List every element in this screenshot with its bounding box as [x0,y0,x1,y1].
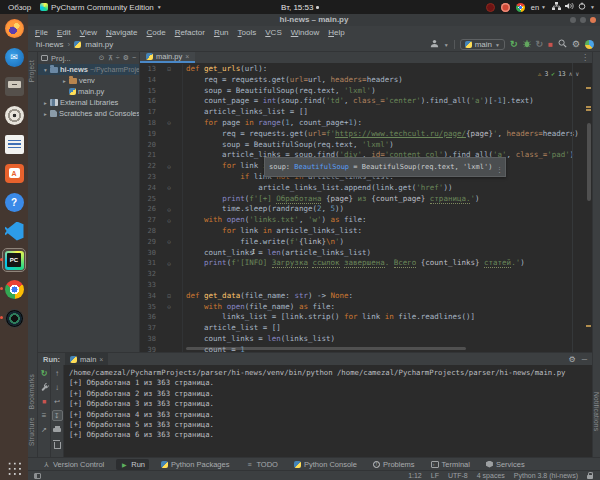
run-configuration-select[interactable]: main ▼ [460,39,505,50]
breadcrumb-file[interactable]: main.py [85,40,113,49]
debug-button[interactable] [523,39,531,50]
stripe-warning-mark[interactable] [586,109,591,111]
tree-item-external-libraries[interactable]: ▸External Libraries [38,97,139,108]
tool-tab-python-packages[interactable]: Python Packages [157,459,233,470]
editor-scrollbar-thumb[interactable] [587,123,591,201]
dock-item-chrome[interactable] [3,278,25,300]
menu-window[interactable]: Window [291,28,319,37]
down-icon[interactable] [52,382,63,393]
tree-item-hi-news[interactable]: ▾hi-news~/PycharmProjec [38,64,139,75]
fold-marker[interactable]: ⊖ [156,207,182,213]
chrome-tray-icon[interactable] [516,3,525,12]
rerun-icon[interactable] [39,368,50,379]
tree-item-main-py[interactable]: main.py [38,86,139,97]
tool-tab-python-console[interactable]: Python Console [290,459,361,470]
tool-tab-todo[interactable]: TODO [241,459,282,470]
fold-marker[interactable]: ⊖ [156,304,182,310]
tab-options-icon[interactable]: ⋮ [581,53,589,62]
hide-panel-icon[interactable]: − [132,54,136,62]
locate-file-icon[interactable]: ⊙ [99,54,105,62]
run-settings-gear-icon[interactable]: ⚙ [569,355,576,364]
fold-marker[interactable]: ⊖ [156,218,182,224]
run-tab-main[interactable]: main × [65,353,108,365]
status-4-spaces[interactable]: 4 spaces [477,472,505,479]
menu-file[interactable]: File [35,28,48,37]
tool-tab-services[interactable]: Services [482,459,529,470]
fold-marker[interactable]: ⊖ [156,239,182,245]
menu-vcs[interactable]: VCS [265,28,281,37]
code-editor[interactable]: ⚠ 3 ✔ 13 ∧ ∨ soup: BeautifulSoup = Beaut… [140,63,592,352]
system-status-area[interactable]: ▼ [552,2,595,12]
dock-item-firefox[interactable] [3,17,25,39]
stripe-warning-mark[interactable] [586,87,591,89]
menu-edit[interactable]: Edit [57,28,71,37]
fold-marker[interactable]: ⊟ [156,66,182,72]
app-menu[interactable]: PyCharm Community Edition ▼ [40,3,162,12]
maximize-button[interactable] [580,17,586,23]
close-button[interactable] [590,17,596,23]
up-icon[interactable] [52,368,63,379]
prev-problem-icon[interactable]: ∧ [569,69,573,80]
dock-item-pycharm[interactable] [3,249,25,271]
tree-chevron-icon[interactable]: ▾ [43,67,48,73]
dock-item-vscode[interactable] [3,220,25,242]
dock-item-screen-recorder[interactable] [3,307,25,329]
dock-item-files[interactable] [3,75,25,97]
expand-settings-icon[interactable]: ÷ [116,54,120,62]
tool-window-bookmarks[interactable]: Bookmarks [28,374,37,409]
tree-item-scratches-and-consoles[interactable]: ▸Scratches and Consoles [38,108,139,119]
fold-marker[interactable]: ⊟ [156,293,182,299]
coverage-button[interactable]: ↻ [536,40,544,49]
tree-chevron-icon[interactable]: ▸ [43,100,48,106]
show-applications-button[interactable] [7,461,22,476]
stop-button[interactable]: ■ [548,41,553,49]
menu-view[interactable]: View [80,28,97,37]
status-python-3-8-hi-news-[interactable]: Python 3.8 (hi-news) [514,472,578,479]
wrap-icon[interactable] [52,396,63,407]
dock-item-libreoffice-writer[interactable] [3,133,25,155]
tool-window-structure[interactable]: Structure [28,417,37,446]
stripe-warning-mark[interactable] [586,325,591,327]
editor-tab-main-py[interactable]: main.py × [140,52,195,63]
tree-chevron-icon[interactable]: ▸ [43,111,48,117]
next-problem-icon[interactable]: ∨ [575,69,579,80]
tool-window-project[interactable]: Project [28,60,37,82]
search-everywhere-icon[interactable] [558,39,567,50]
tooltip-link[interactable]: BeautifulSoup [294,162,349,173]
menu-code[interactable]: Code [147,28,166,37]
tool-tab-run[interactable]: Run [116,459,149,470]
close-run-tab-icon[interactable]: × [99,356,103,363]
collapse-all-icon[interactable]: ⊼ [108,54,113,62]
kazam-tray-icon[interactable] [501,3,510,12]
pin-icon[interactable] [39,424,50,435]
wrench-icon[interactable] [39,382,50,393]
window-titlebar[interactable]: hi-news – main.py [28,14,600,26]
tool-tab-terminal[interactable]: Terminal [427,459,474,470]
stop-icon[interactable] [39,396,50,407]
status-utf-8[interactable]: UTF-8 [448,472,468,479]
minimize-button[interactable] [570,17,576,23]
dock-item-help[interactable] [3,191,25,213]
print-icon[interactable] [52,424,63,435]
activities-button[interactable]: Обзор [8,3,31,12]
tree-chevron-icon[interactable]: ▸ [62,78,67,84]
panel-settings-gear-icon[interactable]: ⚙ [123,54,129,62]
menu-run[interactable]: Run [214,28,229,37]
dock-item-thunderbird[interactable] [3,46,25,68]
status-1-12[interactable]: 1:12 [408,472,422,479]
dock-item-ubuntu-software[interactable] [3,162,25,184]
breadcrumb-project[interactable]: hi-news [36,40,64,49]
stripe-warning-mark[interactable] [586,106,591,108]
fold-marker[interactable]: ⊖ [156,120,182,126]
fold-marker[interactable]: ⊖ [156,164,182,170]
scrollend-icon[interactable] [52,410,63,421]
trash-icon[interactable] [52,438,63,449]
hide-run-panel-icon[interactable]: ─ [582,355,587,364]
keyboard-layout[interactable]: en▼ [531,3,546,12]
inspections-widget[interactable]: ⚠ 3 ✔ 13 ∧ ∨ [538,69,579,80]
tooltip-menu-icon[interactable]: ⋮ [496,165,503,176]
code-with-me-icon[interactable] [585,40,594,49]
tool-window-switcher-icon[interactable] [34,473,41,479]
close-tab-icon[interactable]: × [185,53,189,60]
tool-tab-version-control[interactable]: Version Control [38,459,108,470]
